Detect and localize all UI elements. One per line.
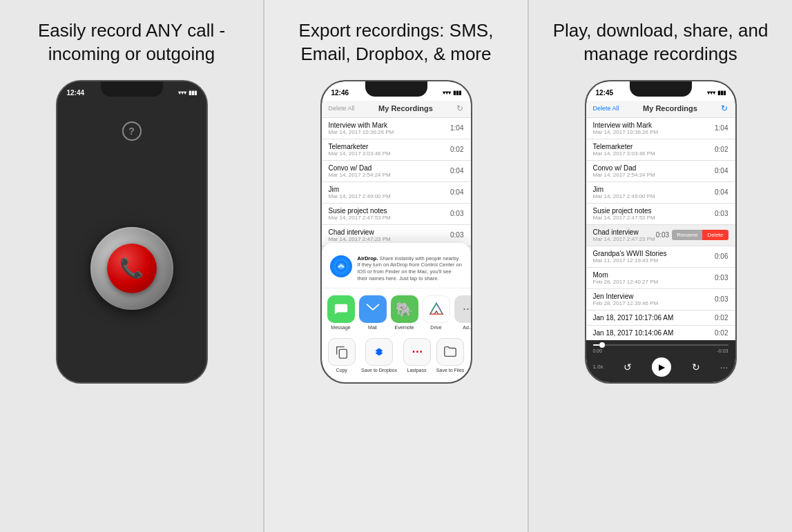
list-item[interactable]: Jim Mar 14, 2017 2:49:00 PM 0:04 — [586, 182, 735, 204]
player-total-time: -0:03 — [717, 348, 728, 353]
copy-icon — [328, 338, 356, 366]
share-actions-row: Copy Save to Dropbox — [322, 335, 471, 375]
nav-title-2: My Recordings — [378, 104, 433, 112]
lastpass-label: Lastpass — [407, 368, 427, 373]
share-sheet: AirDrop. Share instantly with people nea… — [322, 243, 471, 382]
wifi-icon: ▾▾▾ — [178, 90, 186, 96]
player-progress-dot — [599, 342, 605, 348]
panel-2-title: Export recordings: SMS, Email, Dropbox, … — [278, 19, 514, 66]
copy-label: Copy — [336, 368, 347, 373]
player-times: 0:00 -0:03 — [593, 348, 728, 353]
svg-point-0 — [336, 261, 346, 271]
dropbox-icon — [365, 338, 393, 366]
phone-call-icon: 📞 — [119, 257, 144, 279]
drive-icon — [423, 295, 450, 323]
list-item[interactable]: Susie project notes Mar 14, 2017 2:47:53… — [586, 204, 735, 225]
list-item[interactable]: Susie project notes Mar 14, 2017 2:47:53… — [322, 204, 471, 225]
play-button[interactable]: ▶ — [652, 357, 671, 377]
record-area: 📞 — [57, 155, 206, 382]
message-icon — [327, 295, 355, 323]
share-app-mail[interactable]: Mail — [359, 295, 387, 330]
phone-2: 12:46 ▾▾▾ ▮▮▮ Delete All My Recordings ↻ — [320, 80, 472, 384]
phone-3: 12:45 ▾▾▾ ▮▮▮ Delete All My Recordings ↻ — [585, 80, 737, 384]
share-app-more[interactable]: ··· Ad... — [454, 295, 471, 330]
status-bar-3: 12:45 ▾▾▾ ▮▮▮ — [586, 81, 735, 101]
forward-icon[interactable]: ↻ — [692, 362, 700, 373]
panel-manage: Play, download, share, and manage record… — [529, 0, 792, 532]
action-save-files[interactable]: Save to Files — [436, 338, 464, 373]
dropbox-label: Save to Dropbox — [361, 368, 397, 373]
player-progress-fill — [593, 344, 600, 346]
record-inner: 📞 — [107, 244, 157, 293]
battery-icon-2: ▮▮▮ — [453, 90, 461, 96]
list-item[interactable]: Telemarketer Mar 14, 2017 3:03:46 PM 0:0… — [586, 139, 735, 161]
delete-button[interactable]: Delete — [702, 230, 728, 240]
list-item[interactable]: Jim Mar 14, 2017 2:49:00 PM 0:04 — [322, 182, 471, 204]
share-app-evernote[interactable]: 🐘 Evernote — [391, 295, 418, 330]
player-progress[interactable] — [593, 344, 728, 346]
save-files-label: Save to Files — [436, 368, 464, 373]
list-item[interactable]: Mom Feb 28, 2017 12:40:27 PM 0:03 — [586, 268, 735, 289]
status-icons-1: ▾▾▾ ▮▮▮ — [178, 90, 197, 96]
share-app-drive[interactable]: Drive — [423, 295, 450, 330]
list-item[interactable]: Convo w/ Dad Mar 14, 2017 2:54:24 PM 0:0… — [586, 161, 735, 182]
wifi-icon-3: ▾▾▾ — [707, 90, 715, 96]
recordings-list-3: Interview with Mark Mar 14, 2017 10:36:2… — [586, 118, 735, 340]
status-bar-2: 12:46 ▾▾▾ ▮▮▮ — [322, 81, 471, 101]
player-speed[interactable]: 1.0x — [593, 364, 603, 370]
share-app-message[interactable]: Message — [327, 295, 355, 330]
phone-1-screen: 12:44 ▾▾▾ ▮▮▮ ? 📞 — [57, 81, 206, 382]
player-current-time: 0:00 — [593, 348, 603, 353]
nav-bar-2: Delete All My Recordings ↻ — [322, 101, 471, 118]
screen3-bg: 12:45 ▾▾▾ ▮▮▮ Delete All My Recordings ↻ — [586, 81, 735, 382]
rename-button[interactable]: Rename — [672, 230, 702, 240]
phone-2-screen: 12:46 ▾▾▾ ▮▮▮ Delete All My Recordings ↻ — [322, 81, 471, 382]
list-item[interactable]: Telemarketer Mar 14, 2017 3:03:46 PM 0:0… — [322, 139, 471, 161]
action-dropbox[interactable]: Save to Dropbox — [361, 338, 397, 373]
record-button[interactable]: 📞 — [90, 227, 173, 310]
panel-1-title: Easily record ANY call - incoming or out… — [14, 19, 249, 66]
airdrop-row: AirDrop. Share instantly with people nea… — [322, 250, 471, 288]
list-item[interactable]: Interview with Mark Mar 14, 2017 10:36:2… — [586, 118, 735, 139]
nav-title-3: My Recordings — [643, 104, 697, 112]
help-icon[interactable]: ? — [122, 121, 142, 141]
list-item[interactable]: Convo w/ Dad Mar 14, 2017 2:54:24 PM 0:0… — [322, 161, 471, 182]
share-apps-row: Message Mail 🐘 — [322, 288, 471, 335]
panel-record: Easily record ANY call - incoming or out… — [0, 0, 263, 532]
rewind-icon[interactable]: ↺ — [624, 362, 632, 373]
delete-all-btn-2[interactable]: Delete All — [329, 105, 355, 112]
more-options-icon[interactable]: ··· — [720, 362, 728, 373]
battery-icon: ▮▮▮ — [189, 90, 197, 96]
recordings-list-2: Interview with Mark Mar 14, 2017 10:36:2… — [322, 118, 471, 382]
time-3: 12:45 — [596, 89, 614, 97]
time-2: 12:46 — [331, 89, 349, 97]
airdrop-icon — [330, 255, 352, 277]
battery-icon-3: ▮▮▮ — [717, 90, 726, 96]
status-icons-3: ▾▾▾ ▮▮▮ — [707, 90, 726, 96]
mail-icon — [359, 295, 387, 323]
panel-share: Export recordings: SMS, Email, Dropbox, … — [264, 0, 528, 532]
delete-all-btn-3[interactable]: Delete All — [593, 105, 619, 112]
refresh-btn-2[interactable]: ↻ — [456, 104, 463, 113]
screen2-bg: 12:46 ▾▾▾ ▮▮▮ Delete All My Recordings ↻ — [322, 81, 471, 382]
player-controls: 1.0x ↺ ▶ ↻ ··· — [593, 356, 728, 378]
action-lastpass[interactable]: ⋯ Lastpass — [403, 338, 431, 373]
wifi-icon-2: ▾▾▾ — [443, 90, 451, 96]
refresh-btn-3[interactable]: ↻ — [721, 104, 728, 113]
nav-bar-3: Delete All My Recordings ↻ — [586, 101, 735, 118]
action-copy[interactable]: Copy — [328, 338, 356, 373]
list-item[interactable]: Grandpa's WWII Stories Mar 11, 2017 12:1… — [586, 246, 735, 268]
evernote-icon: 🐘 — [391, 295, 418, 323]
list-item[interactable]: Jen Interview Feb 28, 2017 12:39:46 PM 0… — [586, 289, 735, 311]
time-1: 12:44 — [67, 89, 85, 97]
panel-3-title: Play, download, share, and manage record… — [543, 19, 778, 66]
list-item[interactable]: Jan 18, 2017 10:14:06 AM 0:02 — [586, 326, 735, 340]
phone-3-screen: 12:45 ▾▾▾ ▮▮▮ Delete All My Recordings ↻ — [586, 81, 735, 382]
lastpass-icon: ⋯ — [403, 338, 431, 366]
list-item[interactable]: Jan 18, 2017 10:17:06 AM 0:02 — [586, 311, 735, 326]
list-item-selected[interactable]: Chad interview Mar 14, 2017 2:47:23 PM 0… — [586, 225, 735, 246]
list-item[interactable]: Interview with Mark Mar 14, 2017 10:36:2… — [322, 118, 471, 139]
player-bar: 0:00 -0:03 1.0x ↺ ▶ ↻ ··· — [586, 340, 735, 382]
status-bar-1: 12:44 ▾▾▾ ▮▮▮ — [57, 81, 206, 101]
save-files-icon — [436, 338, 464, 366]
